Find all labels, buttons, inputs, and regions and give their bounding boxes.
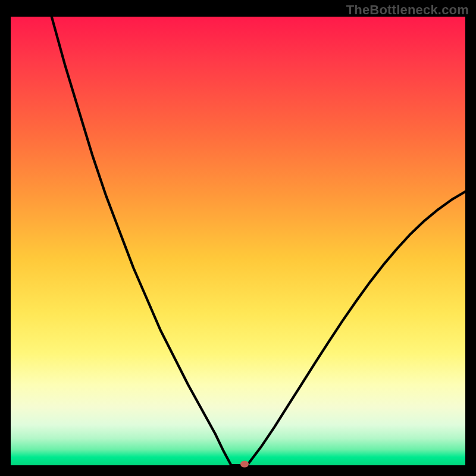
bottleneck-curve (11, 17, 465, 465)
plot-outer (11, 17, 465, 465)
chart-frame: TheBottleneck.com (0, 0, 476, 476)
watermark-label: TheBottleneck.com (346, 2, 469, 18)
optimal-point-marker (240, 461, 249, 468)
curve-path (52, 17, 465, 465)
